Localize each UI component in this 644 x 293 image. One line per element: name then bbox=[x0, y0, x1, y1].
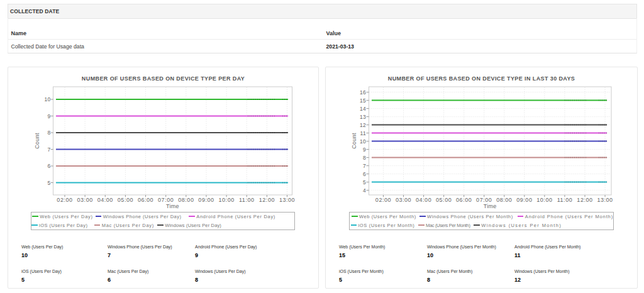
svg-text:Time: Time bbox=[484, 203, 497, 209]
svg-text:05:00: 05:00 bbox=[436, 197, 452, 203]
svg-text:8: 8 bbox=[47, 130, 50, 136]
svg-text:6: 6 bbox=[47, 163, 50, 169]
svg-text:9: 9 bbox=[363, 146, 366, 153]
svg-text:03:00: 03:00 bbox=[77, 197, 92, 203]
svg-text:10:00: 10:00 bbox=[536, 197, 552, 203]
svg-text:07:00: 07:00 bbox=[158, 197, 174, 203]
svg-text:08:00: 08:00 bbox=[496, 197, 512, 203]
svg-text:03:00: 03:00 bbox=[396, 197, 411, 203]
svg-text:11: 11 bbox=[360, 130, 366, 136]
svg-text:5: 5 bbox=[47, 180, 50, 186]
svg-text:11:00: 11:00 bbox=[557, 197, 573, 203]
svg-text:7: 7 bbox=[363, 163, 366, 169]
svg-text:Count: Count bbox=[34, 133, 40, 149]
svg-text:13: 13 bbox=[360, 114, 366, 120]
svg-text:9: 9 bbox=[47, 113, 50, 119]
svg-text:06:00: 06:00 bbox=[138, 197, 153, 203]
svg-text:13:00: 13:00 bbox=[597, 197, 613, 203]
svg-text:11:00: 11:00 bbox=[239, 197, 255, 203]
svg-text:10:00: 10:00 bbox=[218, 197, 234, 203]
svg-text:09:00: 09:00 bbox=[198, 197, 214, 203]
svg-text:06:00: 06:00 bbox=[456, 197, 472, 203]
svg-text:10: 10 bbox=[360, 138, 366, 145]
svg-text:5: 5 bbox=[363, 179, 366, 185]
svg-text:12:00: 12:00 bbox=[577, 197, 592, 203]
svg-text:8: 8 bbox=[363, 155, 366, 161]
svg-text:7: 7 bbox=[47, 146, 50, 153]
svg-text:04:00: 04:00 bbox=[416, 197, 431, 203]
svg-text:09:00: 09:00 bbox=[516, 197, 532, 203]
svg-text:4: 4 bbox=[363, 187, 366, 194]
svg-text:12:00: 12:00 bbox=[259, 197, 275, 203]
svg-text:Time: Time bbox=[166, 203, 179, 209]
svg-text:05:00: 05:00 bbox=[118, 197, 133, 203]
svg-text:14: 14 bbox=[360, 106, 366, 112]
svg-text:15: 15 bbox=[360, 97, 366, 104]
svg-text:12: 12 bbox=[360, 122, 366, 128]
svg-text:Count: Count bbox=[351, 133, 357, 149]
svg-text:02:00: 02:00 bbox=[57, 197, 72, 203]
svg-text:6: 6 bbox=[363, 171, 366, 177]
svg-text:04:00: 04:00 bbox=[97, 197, 113, 203]
svg-text:07:00: 07:00 bbox=[476, 197, 492, 203]
svg-text:08:00: 08:00 bbox=[178, 197, 194, 203]
svg-text:13:00: 13:00 bbox=[279, 197, 295, 203]
svg-text:10: 10 bbox=[44, 96, 50, 102]
svg-text:02:00: 02:00 bbox=[375, 197, 391, 203]
svg-text:16: 16 bbox=[360, 89, 366, 96]
